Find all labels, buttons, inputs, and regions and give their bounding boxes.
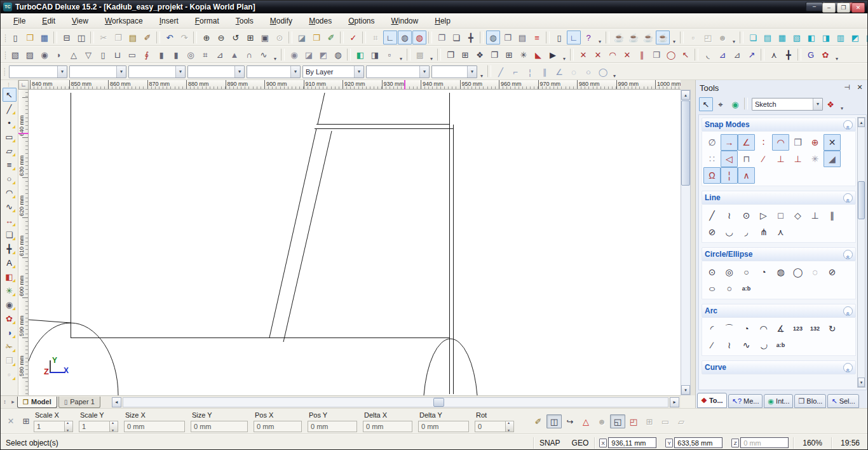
spell-check-icon[interactable]: ✓ [346,31,360,44]
snap-middle-icon[interactable]: ∶ [755,134,772,151]
tab-selection-info[interactable]: ↖ Sel... [827,394,858,408]
selector-table-icon[interactable]: ⊞ [20,415,32,428]
layer-combo[interactable] [9,65,67,78]
snap-aerial-icon[interactable]: ◢ [824,151,841,167]
view-left-icon[interactable]: ◧ [804,31,818,44]
tangent-2-arcs-icon[interactable]: ◞ [738,224,755,240]
format-fill-icon[interactable]: ◧ [3,269,17,283]
render-sculpture-icon[interactable]: ☕ [612,31,626,44]
polygon-center-icon[interactable]: ⊙ [738,207,755,224]
zoom-window-icon[interactable]: ⊞ [243,31,257,44]
group-edit-icon[interactable]: G [804,48,818,62]
panel-globe-icon[interactable]: ◉ [728,97,742,111]
pen-color-combo[interactable]: By Layer [302,65,364,78]
field-input[interactable]: 1 [79,421,118,432]
node-parallel-icon[interactable]: ∥ [538,65,552,79]
arc-start-included-icon[interactable]: ◔ [738,320,755,337]
center-snap-icon[interactable]: ╋ [782,48,796,62]
field-input[interactable]: 0 mm [191,421,248,432]
snap-vertex-icon[interactable]: ∠ [738,134,755,151]
tangent-arc-point-icon[interactable]: ◡ [721,224,738,240]
ortho-mode-icon[interactable]: ∟ [383,31,397,44]
point-tool-icon[interactable]: • [3,116,17,130]
format-colors-icon[interactable]: ≡ [530,31,544,44]
chevron-down-icon[interactable] [57,66,67,78]
camera-tool-icon[interactable]: ◉ [3,297,17,311]
fit-corner-icon[interactable]: ◣ [531,48,545,62]
view-front-icon[interactable]: ▦ [775,31,789,44]
meet-intersection-icon[interactable]: ✕ [620,48,634,62]
snap-face-icon[interactable]: ⊓ [738,151,755,167]
bool-union-icon[interactable]: ◉ [287,48,301,62]
node-angle-icon[interactable]: ∠ [552,65,566,79]
circle-center-radius-icon[interactable]: ⊙ [703,264,721,280]
chamfer-icon[interactable]: ⊿ [715,48,729,62]
rotate-handle-icon[interactable]: ◱ [610,414,625,428]
arc-double-point-icon[interactable]: ∿ [738,337,755,353]
tab-model[interactable]: ❒ Model [17,397,57,408]
view-iso-ne-icon[interactable]: ◩ [848,31,862,44]
vertical-scroll-thumb[interactable] [681,100,690,186]
box-3d-tool-icon[interactable]: ❏ [3,228,17,242]
pick-tool-icon[interactable]: ▶ [546,48,560,62]
chevron-down-icon[interactable] [290,66,300,78]
pattern-combo[interactable] [187,65,245,78]
node-circle-icon[interactable]: ◌ [567,65,581,79]
circle-tangent-icon[interactable]: ⊘ [824,264,841,280]
snap-intersection-icon[interactable]: ✕ [824,134,841,151]
format-painter-icon[interactable]: ✐ [140,31,154,44]
line-style-combo[interactable] [366,65,430,78]
select-gear-icon[interactable]: ◰ [701,31,715,44]
fillet-icon[interactable]: ◟ [701,48,715,62]
materials-icon[interactable]: ✿ [3,311,17,325]
coordinate-input[interactable]: 633,58 mm [674,437,722,448]
menu-file[interactable]: File [7,15,32,27]
copy-mirror-icon[interactable]: ❐ [487,48,501,62]
menu-workspace[interactable]: Workspace [98,15,149,27]
scroll-up-icon[interactable]: ▴ [858,118,865,127]
tab-scroll-icon[interactable]: ▸ [9,397,17,407]
line-width-combo[interactable] [431,65,477,78]
circle-3-point-icon[interactable]: ◔ [755,264,772,280]
new-icon[interactable]: ▯ [8,31,22,44]
menu-view[interactable]: View [65,15,95,27]
multiline-tool-icon[interactable]: ≡ [3,158,17,172]
world-axis-icon[interactable]: ∟ [567,31,581,44]
no-snap-icon[interactable]: ∅ [703,134,721,151]
field-input[interactable]: 0 mm [124,421,185,432]
dimension-tool-icon[interactable]: ↔ [3,214,17,228]
menu-options[interactable]: Options [342,15,381,27]
explode-icon[interactable]: ✿ [818,48,832,62]
arc-complement-icon[interactable]: ↻ [824,320,841,337]
tab-internet[interactable]: ◉ Int... [764,394,793,408]
render-hidden-line-icon[interactable]: ☕ [641,31,655,44]
snap-perpendicular2-icon[interactable]: ⊥ [789,151,806,167]
shrink-icon[interactable]: ↗ [745,48,759,62]
select-tool-icon[interactable]: ↖ [3,88,17,102]
copy-icon[interactable]: ❐ [111,31,125,44]
arc-tangent-to-arc-icon[interactable]: ≀ [721,337,738,353]
collapse-icon[interactable] [843,306,853,316]
scale-handle-icon[interactable]: ◰ [626,414,641,428]
arc-3-point-icon[interactable]: ◠ [755,320,772,337]
sphere-icon[interactable]: ◉ [37,48,51,62]
polygon-irregular-icon[interactable]: ▷ [755,207,772,224]
circle-diameter-icon[interactable]: ○ [738,264,755,280]
circle-trim-icon[interactable]: ◯ [664,48,678,62]
snap-burst-icon[interactable]: ✳ [806,151,824,167]
rectangle-tool-icon[interactable]: ▭ [3,130,17,144]
rectangle-icon[interactable]: □ [772,207,789,224]
arc-tool-icon[interactable]: ◠ [3,186,17,200]
doc-close-button[interactable]: ✕ [851,3,865,13]
zoom-out-icon[interactable]: ⊖ [214,31,228,44]
panel-scroll-thumb[interactable] [858,181,865,219]
field-input[interactable]: 0 mm [418,421,469,432]
transform-tool-icon[interactable]: ╋ [3,242,17,256]
parallel-trim-icon[interactable]: ∥ [635,48,649,62]
arc-concentric-icon[interactable]: ⌒ [721,320,738,337]
view-top-icon[interactable]: ▤ [761,31,775,44]
trim-icon[interactable]: ✕ [576,48,590,62]
box-3d-icon[interactable]: ▧ [8,48,22,62]
cone-icon[interactable]: △ [67,48,81,62]
tab-blocks[interactable]: ❒ Blo... [794,394,826,408]
